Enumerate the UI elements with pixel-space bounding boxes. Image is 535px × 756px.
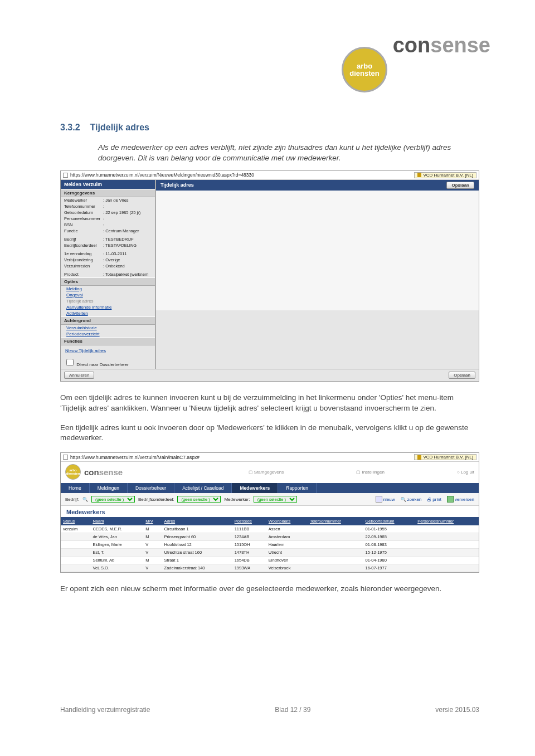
select-bedrijf[interactable]: (geen selectie ): [91, 496, 135, 503]
nav-tab-dossierbeheer[interactable]: Dossierbeheer: [128, 483, 174, 493]
table-row[interactable]: Sentum, AbMStraat 11654DBEindhoven01-04-…: [61, 557, 479, 564]
col-postcode[interactable]: Postcode: [232, 517, 266, 525]
col-telefoonnummer[interactable]: Telefoonnummer: [308, 517, 363, 525]
address-bar[interactable]: https://www.humannetverzuim.nl/verzuim/N…: [61, 171, 479, 180]
action-nieuw[interactable]: nieuw: [376, 496, 395, 503]
kv-key: Bedrijf: [64, 237, 103, 242]
arbo-text-bottom: diensten: [349, 70, 379, 77]
refresh-icon: [447, 496, 454, 503]
col-adres[interactable]: Adres: [162, 517, 232, 525]
consense-mini-logo: consense: [84, 467, 123, 477]
action-print[interactable]: 🖨print: [427, 497, 441, 502]
cell-naam: de Vries, Jan: [90, 533, 143, 541]
cell-status: [61, 564, 90, 572]
address-bar-2[interactable]: https://www.humannetverzuim.nl/verzuim/M…: [61, 453, 479, 462]
option-periodeoverzicht[interactable]: Periodeoverzicht: [61, 331, 155, 337]
link-stamgegevens[interactable]: ▢ Stamgegevens: [249, 470, 284, 475]
panel-title: Tijdelijk adres: [160, 182, 194, 188]
cell-status: [61, 533, 90, 541]
main-panel: Tijdelijk adres Opslaan: [155, 180, 479, 369]
table-row[interactable]: de Vries, JanMPrinsengracht 601234ABAmst…: [61, 533, 479, 541]
cell-pn: [415, 541, 479, 549]
new-icon: [376, 496, 382, 503]
action-verversen[interactable]: verversen: [447, 496, 474, 503]
col-woonplaats[interactable]: Woonplaats: [266, 517, 308, 525]
cell-geb: 15-12-1975: [363, 549, 416, 557]
select-bedrijfsonderdeel[interactable]: (geen selectie ): [177, 496, 221, 503]
cell-naam: Est, T.: [90, 549, 143, 557]
table-row[interactable]: Eidingen, MarieVHoofdstraat 121515OHHaar…: [61, 541, 479, 549]
cell-pn: [415, 525, 479, 533]
checkbox-direct-dossier[interactable]: Direct naar Dossierbeheer: [61, 356, 155, 369]
annuleren-button[interactable]: Annuleren: [64, 372, 94, 379]
cert-text-2: VCD Humannet B.V. [NL]: [423, 455, 473, 460]
cell-wp: Eindhoven: [266, 557, 308, 564]
col-geboortedatum[interactable]: Geboortedatum: [363, 517, 416, 525]
opslaan-button-bottom[interactable]: Opslaan: [449, 372, 475, 379]
cell-pc: 1654DB: [232, 557, 266, 564]
kv-value: TESTBEDRIJF: [103, 237, 133, 242]
option-aanvullende-info[interactable]: Aanvullende informatie: [61, 304, 155, 310]
action-zoeken[interactable]: 🔍zoeken: [401, 497, 422, 502]
cell-wp: Utrecht: [266, 549, 308, 557]
paragraph-2: Om een tijdelijk adres te kunnen invoere…: [60, 393, 479, 414]
link-instellingen[interactable]: ▢ Instellingen: [356, 470, 385, 475]
nav-tab-rapporten[interactable]: Rapporten: [278, 483, 317, 493]
kern-block: MedewerkerJan de VriesTelefoonnummerGebo…: [61, 197, 155, 234]
option-ongeval[interactable]: Ongeval: [61, 292, 155, 298]
cell-mv: V: [143, 549, 162, 557]
table-row[interactable]: Vel, S.O.VZadelmakerstraat 1401993WAVels…: [61, 564, 479, 572]
mini-bottom: diensten: [66, 472, 80, 475]
nav-tab-home[interactable]: Home: [61, 483, 90, 493]
opslaan-button[interactable]: Opslaan: [446, 182, 474, 189]
page-footer: Handleiding verzuimregistratie Blad 12 /…: [0, 706, 535, 714]
cell-pn: [415, 564, 479, 572]
col-m/v[interactable]: M/V: [143, 517, 162, 525]
cell-mv: M: [143, 525, 162, 533]
table-row[interactable]: Est, T.VUtrechtse straat 1601478THUtrech…: [61, 549, 479, 557]
cell-status: [61, 549, 90, 557]
select-medewerker[interactable]: (geen selectie ): [254, 496, 297, 503]
cell-pn: [415, 533, 479, 541]
kv-key: Telefoonnummer: [64, 204, 103, 209]
kv-value: [103, 222, 104, 227]
cert-text: VCD Humannet B.V. [NL]: [423, 173, 473, 178]
nav-tab-medewerkers[interactable]: Medewerkers: [232, 483, 278, 493]
search-icon: 🔍: [401, 497, 406, 502]
kv-value: [103, 216, 104, 221]
nieuw-label: nieuw: [383, 497, 395, 502]
option-melding[interactable]: Melding: [61, 286, 155, 292]
label-bedrijfsonderdeel: Bedrijfsonderdeel:: [138, 497, 174, 502]
option-activiteiten[interactable]: Activiteiten: [61, 310, 155, 316]
option-verzuimhistorie[interactable]: Verzuimhistorie: [61, 325, 155, 331]
cell-pc: 1993WA: [232, 564, 266, 572]
kv-value: Overige: [103, 257, 120, 262]
footer-right: versie 2015.03: [435, 706, 479, 714]
cell-pc: 1111BB: [232, 525, 266, 533]
cell-adres: Utrechtse straat 160: [162, 549, 232, 557]
link-nieuw-tijdelijk-adres[interactable]: Nieuw Tijdelijk adres: [65, 348, 150, 354]
checkbox-input[interactable]: [66, 359, 74, 366]
cell-geb: 16-07-1977: [363, 564, 416, 572]
sect-kerngegevens: Kerngegevens: [61, 189, 155, 197]
nav-tab-actielijst-caseload[interactable]: Actielijst / Caseload: [174, 483, 232, 493]
col-status[interactable]: Status: [61, 517, 90, 525]
print-label: print: [432, 497, 441, 502]
cell-adres: Prinsengracht 60: [162, 533, 232, 541]
kv-value: TESTAFDELING: [103, 243, 137, 248]
search-icon[interactable]: 🔍: [82, 497, 88, 502]
sect-opties: Opties: [61, 277, 155, 286]
col-personeelsnummer[interactable]: Personeelsnummer: [415, 517, 479, 525]
link-logout[interactable]: ○ Log uit: [457, 470, 474, 475]
verversen-label: verversen: [455, 497, 474, 502]
nav-tab-meldingen[interactable]: Meldingen: [90, 483, 128, 493]
inst-label: Instellingen: [362, 470, 384, 475]
col-naam[interactable]: Naam: [90, 517, 143, 525]
medewerkers-table: StatusNaamM/VAdresPostcodeWoonplaatsTele…: [61, 517, 479, 572]
sect-achtergrond: Achtergrond: [61, 316, 155, 325]
lock-icon: [417, 173, 421, 177]
cell-mv: V: [143, 564, 162, 572]
cell-wp: Assen: [266, 525, 308, 533]
table-row[interactable]: verzuimCEDES, M.E.R.MCircuitbaan 11111BB…: [61, 525, 479, 533]
cell-status: verzuim: [61, 525, 90, 533]
